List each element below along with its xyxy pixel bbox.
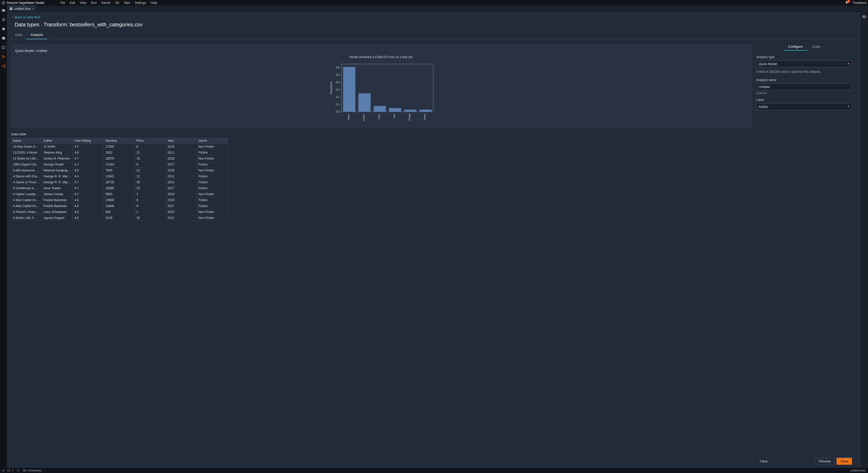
table-cell: 23848 — [104, 203, 135, 209]
close-tab-icon[interactable]: × — [32, 7, 34, 10]
save-button[interactable]: Save — [837, 458, 852, 465]
column-header[interactable]: Author — [42, 138, 73, 144]
table-cell: Non Fiction — [197, 167, 228, 174]
table-cell: 4.7 — [73, 191, 104, 197]
svg-rect-30 — [343, 67, 355, 112]
circle-icon[interactable] — [2, 18, 6, 22]
table-row[interactable]: 12 Rules for Life: An An...Jordan B. Pet… — [11, 156, 228, 162]
table-cell: 18979 — [104, 156, 135, 162]
table-cell: 5,000 Awesome Facts (... — [11, 167, 42, 174]
table-cell: 8 — [135, 197, 166, 203]
table-row[interactable]: A Dance with Dragons (...George R. R. Ma… — [11, 174, 228, 180]
column-header[interactable]: Name — [11, 138, 42, 144]
svg-text:0.4: 0.4 — [336, 81, 340, 84]
notifications-button[interactable]: 4 — [845, 1, 849, 5]
table-cell: A Dance with Dragons (... — [11, 174, 42, 180]
table-row[interactable]: A Patriot's History of th...Larry Schwei… — [11, 209, 228, 215]
share-icon[interactable] — [2, 64, 6, 68]
table-cell: 2 — [135, 209, 166, 215]
status-git[interactable]: Git: refreshing... — [23, 469, 43, 472]
table-cell: 4.7 — [73, 156, 104, 162]
svg-rect-34 — [374, 106, 386, 112]
svg-text:0.0: 0.0 — [336, 110, 340, 113]
flow-icon[interactable] — [2, 55, 6, 59]
table-cell: 12643 — [104, 174, 135, 180]
tab-label: untitled.flow — [14, 7, 30, 10]
table-row[interactable]: A Man Called Ove: A No...Fredrik Backman… — [11, 203, 228, 209]
column-header[interactable]: Year — [166, 138, 197, 144]
analysis-type-select[interactable]: Quick Model — [756, 60, 852, 67]
git-icon[interactable] — [2, 27, 6, 31]
table-cell: 21424 — [104, 162, 135, 167]
menu-git[interactable]: Git — [113, 1, 121, 5]
menu-view[interactable]: View — [78, 1, 89, 5]
tab-configure[interactable]: Configure — [783, 43, 807, 51]
table-cell: James Comey — [42, 191, 73, 197]
status-terminal[interactable]: 1 — [7, 469, 13, 472]
status-zero[interactable]: 0 — [3, 469, 4, 472]
column-header[interactable]: User Rating — [73, 138, 104, 144]
label-label: Label — [756, 98, 852, 102]
table-row[interactable]: A Stolen Life: A MemoirJaycee Dugard4.64… — [11, 215, 228, 221]
svg-text:0.1: 0.1 — [336, 103, 340, 106]
clear-button[interactable]: Clear — [756, 458, 771, 465]
svg-point-4 — [2, 37, 5, 40]
table-cell: 5983 — [104, 191, 135, 197]
menu-file[interactable]: File — [58, 1, 67, 5]
table-cell: 4149 — [104, 215, 135, 221]
importance-chart: 0.00.10.20.30.40.50.6ImportanceNameeview… — [328, 61, 436, 123]
menu-kernel[interactable]: Kernel — [99, 1, 113, 5]
folder-icon[interactable] — [2, 8, 6, 12]
menu-edit[interactable]: Edit — [67, 1, 78, 5]
tab-data[interactable]: Data — [11, 31, 26, 39]
menu-help[interactable]: Help — [149, 1, 160, 5]
feedback-link[interactable]: Feedback — [853, 1, 866, 5]
table-row[interactable]: 10-Day Green Smoothi...JJ Smith4.7173508… — [11, 144, 228, 150]
table-cell: A Higher Loyalty: Truth,... — [11, 191, 42, 197]
panels-icon[interactable] — [2, 45, 6, 50]
table-cell: 2019 — [166, 167, 197, 174]
table-cell: 19699 — [104, 185, 135, 191]
preview-button[interactable]: Preview — [815, 458, 834, 465]
column-header[interactable]: Reviews — [104, 138, 135, 144]
flow-file-icon — [9, 7, 13, 10]
table-row[interactable]: 5,000 Awesome Facts (...National Geograp… — [11, 167, 228, 174]
terminal-icon — [7, 469, 10, 472]
table-row[interactable]: 11/22/63: A NovelStephen King4.620522220… — [11, 150, 228, 156]
table-cell: Fiction — [197, 150, 228, 156]
column-header[interactable]: Price — [135, 138, 166, 144]
column-header[interactable]: Genre — [197, 138, 228, 144]
table-row[interactable]: A Gentleman in Mosco...Amor Towles4.7196… — [11, 185, 228, 191]
table-cell: Non Fiction — [197, 144, 228, 150]
table-cell: 2018 — [166, 156, 197, 162]
table-row[interactable]: A Game of Thrones / A ...George R. R. Ma… — [11, 180, 228, 185]
svg-point-10 — [2, 66, 3, 67]
tab-untitled-flow[interactable]: untitled.flow × — [7, 6, 36, 11]
tab-code[interactable]: Code — [807, 43, 825, 51]
table-cell: 4.8 — [73, 167, 104, 174]
menu-run[interactable]: Run — [89, 1, 99, 5]
table-row[interactable]: A Higher Loyalty: Truth,...James Comey4.… — [11, 191, 228, 197]
svg-point-43 — [18, 470, 19, 471]
page-title: Data types · Transform: bestsellers_with… — [15, 22, 856, 28]
status-settings[interactable] — [17, 469, 20, 472]
table-row[interactable]: 1984 (Signet Classics)George Orwell4.721… — [11, 162, 228, 167]
table-cell: A Man Called Ove: A No... — [11, 197, 42, 203]
gear-icon[interactable] — [862, 15, 866, 19]
table-cell: 2052 — [104, 150, 135, 156]
table-cell: Fiction — [197, 174, 228, 180]
analysis-name-input[interactable] — [756, 84, 852, 90]
palette-icon[interactable] — [2, 36, 6, 40]
tab-analysis[interactable]: Analysis — [26, 31, 47, 39]
table-row[interactable]: A Man Called Ove: A No...Fredrik Backman… — [11, 197, 228, 203]
label-select[interactable]: Author — [756, 103, 852, 110]
table-cell: Fredrik Backman — [42, 197, 73, 203]
table-cell: 12 — [135, 167, 166, 174]
table-cell: A Patriot's History of th... — [11, 209, 42, 215]
table-cell: 22 — [135, 150, 166, 156]
svg-rect-5 — [2, 46, 5, 49]
menu-settings[interactable]: Settings — [132, 1, 148, 5]
table-cell: Amor Towles — [42, 185, 73, 191]
back-link[interactable]: ‹ Back to data flow — [13, 15, 856, 19]
menu-tabs[interactable]: Tabs — [121, 1, 132, 5]
